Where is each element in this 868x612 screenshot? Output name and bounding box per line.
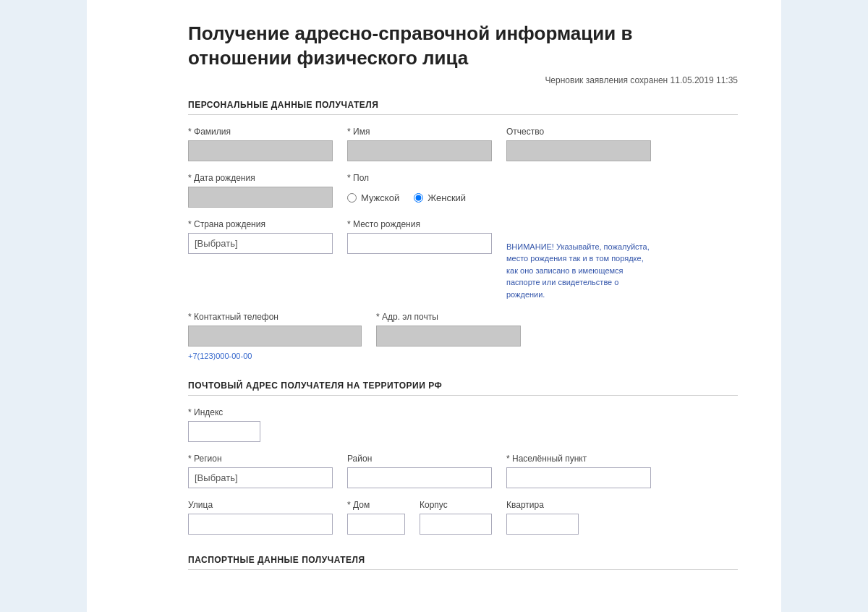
gender-female-label: Женский xyxy=(427,192,466,203)
apartment-group: Квартира xyxy=(506,500,579,535)
address-detail-row: Улица * Дом Корпус Квартира xyxy=(188,500,738,535)
birth-country-place-row: * Страна рождения * Место рождения ВНИМА… xyxy=(188,219,738,301)
birthdate-input[interactable] xyxy=(188,187,333,208)
phone-hint: +7(123)000-00-00 xyxy=(188,352,362,360)
surname-group: * Фамилия xyxy=(188,127,333,161)
gender-male-option[interactable]: Мужской xyxy=(347,192,399,203)
building-input[interactable] xyxy=(420,514,492,535)
gender-female-radio[interactable] xyxy=(414,193,423,203)
surname-input[interactable] xyxy=(188,140,333,161)
patronymic-label: Отчество xyxy=(506,127,651,137)
street-label: Улица xyxy=(188,500,333,510)
gender-group: * Пол Мужской Женский xyxy=(347,173,466,203)
phone-email-row: * Контактный телефон +7(123)000-00-00 * … xyxy=(188,312,738,360)
gender-female-option[interactable]: Женский xyxy=(414,192,466,203)
attention-box: ВНИМАНИЕ! Указывайте, пожалуйста, место … xyxy=(506,219,651,301)
house-label: * Дом xyxy=(347,500,405,510)
birthdate-label: * Дата рождения xyxy=(188,173,333,183)
phone-input[interactable] xyxy=(188,326,362,347)
settlement-input[interactable] xyxy=(506,467,651,488)
passport-section: ПАСПОРТНЫЕ ДАННЫЕ ПОЛУЧАТЕЛЯ xyxy=(188,555,738,570)
index-input[interactable] xyxy=(188,421,260,442)
house-group: * Дом xyxy=(347,500,405,535)
region-district-settlement-row: * Регион Район * Населённый пункт xyxy=(188,454,738,488)
email-input[interactable] xyxy=(376,326,521,347)
district-label: Район xyxy=(347,454,492,464)
gender-options: Мужской Женский xyxy=(347,187,466,203)
name-input[interactable] xyxy=(347,140,492,161)
phone-label: * Контактный телефон xyxy=(188,312,362,322)
building-group: Корпус xyxy=(420,500,492,535)
street-group: Улица xyxy=(188,500,333,535)
district-input[interactable] xyxy=(347,467,492,488)
birth-place-label: * Место рождения xyxy=(347,219,492,229)
apartment-input[interactable] xyxy=(506,514,579,535)
personal-section-title: ПЕРСОНАЛЬНЫЕ ДАННЫЕ ПОЛУЧАТЕЛЯ xyxy=(188,100,738,115)
email-group: * Адр. эл почты xyxy=(376,312,521,347)
patronymic-input[interactable] xyxy=(506,140,651,161)
building-label: Корпус xyxy=(420,500,492,510)
region-label: * Регион xyxy=(188,454,333,464)
surname-label: * Фамилия xyxy=(188,127,333,137)
birth-place-input[interactable] xyxy=(347,233,492,254)
house-input[interactable] xyxy=(347,514,405,535)
birth-country-label: * Страна рождения xyxy=(188,219,333,229)
settlement-label: * Населённый пункт xyxy=(506,454,651,464)
email-label: * Адр. эл почты xyxy=(376,312,521,322)
region-group: * Регион xyxy=(188,454,333,488)
region-input[interactable] xyxy=(188,467,333,488)
gender-label: * Пол xyxy=(347,173,466,183)
page-title: Получение адресно-справочной информации … xyxy=(188,22,694,71)
postal-section-title: ПОЧТОВЫЙ АДРЕС ПОЛУЧАТЕЛЯ НА ТЕРРИТОРИИ … xyxy=(188,381,738,396)
birth-country-input[interactable] xyxy=(188,233,333,254)
name-label: * Имя xyxy=(347,127,492,137)
birthdate-gender-row: * Дата рождения * Пол Мужской Женский xyxy=(188,173,738,208)
attention-text: ВНИМАНИЕ! Указывайте, пожалуйста, место … xyxy=(506,242,650,299)
birth-place-group: * Место рождения xyxy=(347,219,492,254)
street-input[interactable] xyxy=(188,514,333,535)
fio-row: * Фамилия * Имя Отчество xyxy=(188,127,738,161)
index-group: * Индекс xyxy=(188,407,260,442)
postal-section: ПОЧТОВЫЙ АДРЕС ПОЛУЧАТЕЛЯ НА ТЕРРИТОРИИ … xyxy=(188,381,738,535)
personal-section: ПЕРСОНАЛЬНЫЕ ДАННЫЕ ПОЛУЧАТЕЛЯ * Фамилия… xyxy=(188,100,738,361)
apartment-label: Квартира xyxy=(506,500,579,510)
birthdate-group: * Дата рождения xyxy=(188,173,333,208)
patronymic-group: Отчество xyxy=(506,127,651,161)
passport-section-title: ПАСПОРТНЫЕ ДАННЫЕ ПОЛУЧАТЕЛЯ xyxy=(188,555,738,570)
index-row: * Индекс xyxy=(188,407,738,442)
page-wrapper: Получение адресно-справочной информации … xyxy=(87,0,781,612)
phone-group: * Контактный телефон +7(123)000-00-00 xyxy=(188,312,362,360)
settlement-group: * Населённый пункт xyxy=(506,454,651,488)
index-label: * Индекс xyxy=(188,407,260,417)
gender-male-radio[interactable] xyxy=(347,193,357,203)
district-group: Район xyxy=(347,454,492,488)
name-group: * Имя xyxy=(347,127,492,161)
birth-country-group: * Страна рождения xyxy=(188,219,333,254)
draft-info: Черновик заявления сохранен 11.05.2019 1… xyxy=(188,75,738,85)
gender-male-label: Мужской xyxy=(361,192,399,203)
